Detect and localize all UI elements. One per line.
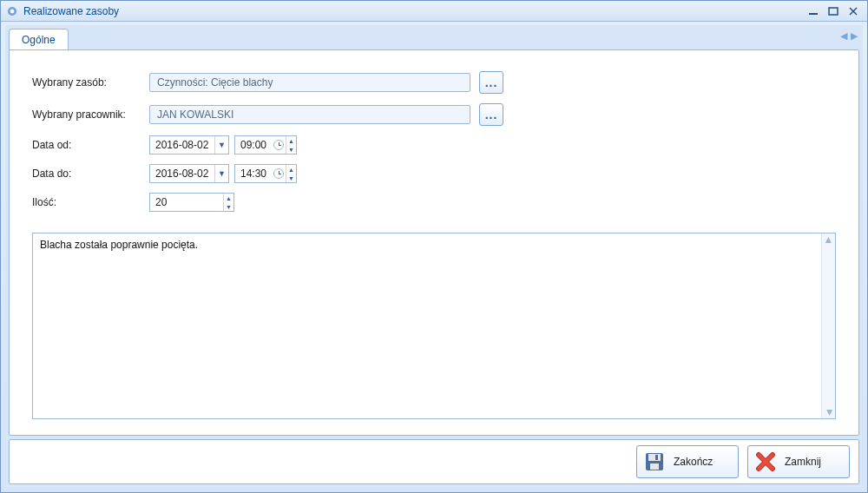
svg-rect-3 xyxy=(829,8,838,15)
employee-value: JAN KOWALSKI xyxy=(157,108,233,121)
date-from-input[interactable]: 2016-08-02 ▼ xyxy=(149,135,229,154)
svg-rect-8 xyxy=(650,463,659,470)
footer-bar: Zakończ Zamknij xyxy=(9,439,859,484)
close-footer-button[interactable]: Zamknij xyxy=(747,445,850,478)
notes-text: Blacha została poprawnie pocięta. xyxy=(33,233,821,418)
minimize-button[interactable] xyxy=(805,4,822,18)
notes-textarea[interactable]: Blacha została poprawnie pocięta. ◀ ◀ xyxy=(32,233,836,419)
maximize-button[interactable] xyxy=(825,4,842,18)
resource-label: Wybrany zasób: xyxy=(32,76,149,89)
time-from-input[interactable]: 09:00 ▲▼ xyxy=(234,135,297,154)
finish-label: Zakończ xyxy=(674,456,713,468)
time-from-spinner[interactable]: ▲▼ xyxy=(286,136,296,154)
svg-rect-7 xyxy=(648,454,661,461)
clock-icon xyxy=(273,168,284,179)
notes-scrollbar[interactable]: ◀ ◀ xyxy=(821,233,835,418)
resource-picker-button[interactable]: ... xyxy=(479,71,503,94)
finish-button[interactable]: Zakończ xyxy=(636,445,739,478)
save-icon xyxy=(644,451,665,472)
qty-value: 20 xyxy=(155,196,167,208)
time-from-value: 09:00 xyxy=(240,139,266,151)
titlebar: Realizowane zasoby xyxy=(1,1,867,22)
svg-point-1 xyxy=(10,9,15,13)
qty-spinner[interactable]: ▲▼ xyxy=(223,194,233,211)
close-icon xyxy=(755,451,776,472)
qty-input[interactable]: 20 ▲▼ xyxy=(149,193,234,212)
employee-field: JAN KOWALSKI xyxy=(149,105,470,124)
employee-picker-button[interactable]: ... xyxy=(479,103,503,126)
resource-field: Czynności: Cięcie blachy xyxy=(149,73,470,92)
resource-value: Czynności: Cięcie blachy xyxy=(157,76,273,89)
tab-next-icon[interactable]: ▶ xyxy=(851,30,858,42)
chevron-down-icon[interactable]: ▼ xyxy=(214,136,228,154)
employee-label: Wybrany pracownik: xyxy=(32,108,149,121)
time-to-input[interactable]: 14:30 ▲▼ xyxy=(234,164,297,183)
scroll-up-icon[interactable]: ◀ xyxy=(825,237,833,243)
qty-label: Ilość: xyxy=(32,196,149,208)
date-from-value: 2016-08-02 xyxy=(155,139,208,151)
tab-panel-general: Wybrany zasób: Czynności: Cięcie blachy … xyxy=(9,49,859,436)
time-to-value: 14:30 xyxy=(240,168,266,180)
client-area: Ogólne ◀ ▶ Wybrany zasób: Czynności: Cię… xyxy=(5,25,863,488)
scroll-down-icon[interactable]: ◀ xyxy=(825,410,833,416)
tab-general[interactable]: Ogólne xyxy=(9,29,69,50)
date-to-value: 2016-08-02 xyxy=(155,168,208,180)
date-to-input[interactable]: 2016-08-02 ▼ xyxy=(149,164,229,183)
svg-rect-9 xyxy=(655,455,658,460)
tabstrip: Ogólne ◀ ▶ xyxy=(5,25,863,49)
app-icon xyxy=(6,5,18,17)
tab-prev-icon[interactable]: ◀ xyxy=(840,30,847,42)
chevron-down-icon[interactable]: ▼ xyxy=(214,165,228,182)
svg-rect-2 xyxy=(809,13,818,15)
clock-icon xyxy=(273,140,284,150)
close-button[interactable] xyxy=(845,4,862,18)
date-from-label: Data od: xyxy=(32,139,149,151)
window-root: Realizowane zasoby Ogólne ◀ ▶ Wybrany za… xyxy=(0,0,868,493)
date-to-label: Data do: xyxy=(32,168,149,180)
close-label: Zamknij xyxy=(785,456,821,468)
window-title: Realizowane zasoby xyxy=(23,5,119,17)
tab-nav: ◀ ▶ xyxy=(840,30,858,42)
time-to-spinner[interactable]: ▲▼ xyxy=(286,165,296,182)
